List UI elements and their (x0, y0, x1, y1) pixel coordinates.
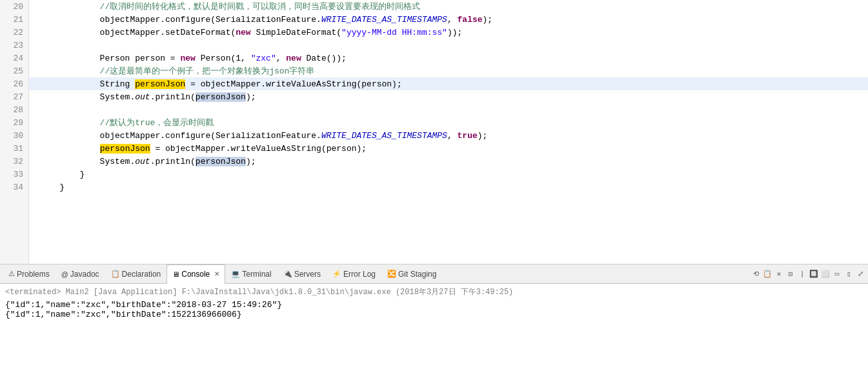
action-btn-10[interactable]: ⤢ (855, 269, 865, 279)
tab-actions: ⟲ 📋 ✕ ⊡ | 🔲 ⬜ ▭ ▯ ⤢ (751, 269, 865, 279)
line-num-21: 21 (0, 13, 28, 26)
code-line-21: objectMapper.configure(SerializationFeat… (29, 13, 868, 26)
tab-terminal-label: Terminal (242, 270, 271, 279)
comment-20: //取消时间的转化格式，默认是时间戳，可以取消，同时当高要设置要表现的时间格式 (39, 2, 420, 12)
code-22e: )); (447, 28, 462, 37)
comment-25: //这是最简单的一个例子，把一个对象转换为json字符串 (39, 66, 314, 76)
code-27a: System. (39, 92, 135, 102)
tab-terminal[interactable]: 💻 Terminal (225, 264, 277, 284)
console-output-2: {"id":1,"name":"zxc","birthDate":1522136… (5, 310, 863, 319)
line-num-34: 34 (0, 181, 28, 194)
tab-javadoc-label: Javadoc (70, 270, 99, 279)
line-num-23: 23 (0, 39, 28, 52)
line-num-27: 27 (0, 90, 28, 103)
comment-29: //默认为true，会显示时间戳 (39, 118, 214, 128)
line-num-22: 22 (0, 26, 28, 39)
code-32b: out (135, 157, 150, 166)
code-22c: SimpleDateFormat( (251, 28, 341, 37)
code-24d: "zxc" (251, 54, 276, 63)
code-editor: 20 21 22 23 24 25 26 27 28 29 30 31 32 3… (0, 0, 868, 264)
code-line-28 (29, 103, 868, 116)
tabs-bar: ⚠ Problems @ Javadoc 📋 Declaration 🖥 Con… (0, 264, 868, 284)
code-31b: personJson (100, 144, 150, 154)
code-22b: new (236, 28, 250, 37)
servers-icon: 🔌 (283, 270, 292, 278)
code-24a: Person person = (39, 54, 180, 63)
tab-javadoc[interactable]: @ Javadoc (56, 264, 105, 284)
line-num-24: 24 (0, 52, 28, 65)
console-output-1: {"id":1,"name":"zxc","birthDate":"2018-0… (5, 300, 863, 310)
code-22a: objectMapper.setDateFormat( (39, 28, 236, 37)
tab-git-staging[interactable]: 🔀 Git Staging (381, 264, 442, 284)
git-icon: 🔀 (387, 270, 396, 278)
action-btn-close[interactable]: ✕ (774, 269, 784, 279)
code-24e: , (276, 54, 287, 63)
code-30e: ); (478, 131, 488, 141)
code-26a: String (39, 79, 135, 89)
action-btn-2[interactable]: 📋 (762, 269, 772, 279)
line-num-33: 33 (0, 168, 28, 181)
code-21a: objectMapper.configure(SerializationFeat… (39, 15, 321, 25)
code-24b: new (180, 54, 195, 63)
code-27c: .println( (150, 92, 196, 102)
bottom-panel: ⚠ Problems @ Javadoc 📋 Declaration 🖥 Con… (0, 264, 868, 369)
action-btn-8[interactable]: ▭ (832, 269, 842, 279)
code-lines[interactable]: //取消时间的转化格式，默认是时间戳，可以取消，同时当高要设置要表现的时间格式 … (29, 0, 868, 264)
console-icon: 🖥 (172, 270, 179, 278)
code-30b: WRITE_DATES_AS_TIMESTAMPS (321, 131, 447, 141)
console-close-icon: ✕ (214, 270, 219, 277)
code-line-20: //取消时间的转化格式，默认是时间戳，可以取消，同时当高要设置要表现的时间格式 (29, 0, 868, 13)
tab-problems-label: Problems (17, 270, 50, 279)
code-line-32: System.out.println(personJson); (29, 155, 868, 168)
code-line-33: } (29, 168, 868, 181)
tab-error-log-label: Error Log (343, 270, 376, 279)
action-btn-5[interactable]: | (797, 269, 807, 279)
code-line-30: objectMapper.configure(SerializationFeat… (29, 129, 868, 142)
problems-icon: ⚠ (8, 270, 15, 278)
code-31a (39, 144, 100, 154)
action-btn-4[interactable]: ⊡ (785, 269, 796, 279)
line-num-26: 26 (0, 77, 28, 90)
code-22d: "yyyy-MM-dd HH:mm:ss" (341, 28, 447, 37)
tab-declaration[interactable]: 📋 Declaration (105, 264, 167, 284)
code-21b: WRITE_DATES_AS_TIMESTAMPS (321, 15, 447, 25)
code-24g: Date()); (301, 54, 347, 63)
console-content: <terminated> Main2 [Java Application] F:… (0, 284, 868, 369)
code-24c: Person(1, (196, 54, 251, 63)
code-26b: personJson (135, 79, 185, 89)
action-btn-9[interactable]: ▯ (843, 269, 854, 279)
tab-console-label: Console (181, 270, 210, 279)
code-27e: ); (246, 92, 256, 102)
declaration-icon: 📋 (111, 270, 120, 278)
code-30a: objectMapper.configure(SerializationFeat… (39, 131, 321, 141)
line-num-28: 28 (0, 103, 28, 116)
code-32c: .println( (150, 157, 196, 166)
code-24f: new (286, 54, 301, 63)
code-21c: , (447, 15, 458, 25)
code-30d: true (458, 131, 478, 141)
tab-servers-label: Servers (294, 270, 321, 279)
code-33a: } (39, 170, 85, 179)
code-27b: out (135, 92, 150, 102)
terminal-icon: 💻 (231, 270, 240, 278)
javadoc-icon: @ (61, 270, 68, 278)
line-num-32: 32 (0, 155, 28, 168)
code-line-26: String personJson = objectMapper.writeVa… (29, 77, 868, 90)
tab-problems[interactable]: ⚠ Problems (3, 264, 56, 284)
line-num-25: 25 (0, 65, 28, 77)
code-26c: = objectMapper.writeValueAsString(person… (185, 79, 401, 89)
line-numbers: 20 21 22 23 24 25 26 27 28 29 30 31 32 3… (0, 0, 29, 264)
tab-servers[interactable]: 🔌 Servers (278, 264, 327, 284)
action-btn-1[interactable]: ⟲ (751, 269, 761, 279)
tab-console[interactable]: 🖥 Console ✕ (167, 264, 225, 284)
console-terminated: <terminated> Main2 [Java Application] F:… (5, 286, 863, 297)
action-btn-7[interactable]: ⬜ (820, 269, 831, 279)
code-line-31: personJson = objectMapper.writeValueAsSt… (29, 142, 868, 155)
tab-error-log[interactable]: ⚡ Error Log (327, 264, 381, 284)
code-32a: System. (39, 157, 135, 166)
code-line-29: //默认为true，会显示时间戳 (29, 116, 868, 129)
action-btn-6[interactable]: 🔲 (809, 269, 819, 279)
code-21d: false (458, 15, 483, 25)
code-21e: ); (483, 15, 493, 25)
code-line-25: //这是最简单的一个例子，把一个对象转换为json字符串 (29, 65, 868, 77)
